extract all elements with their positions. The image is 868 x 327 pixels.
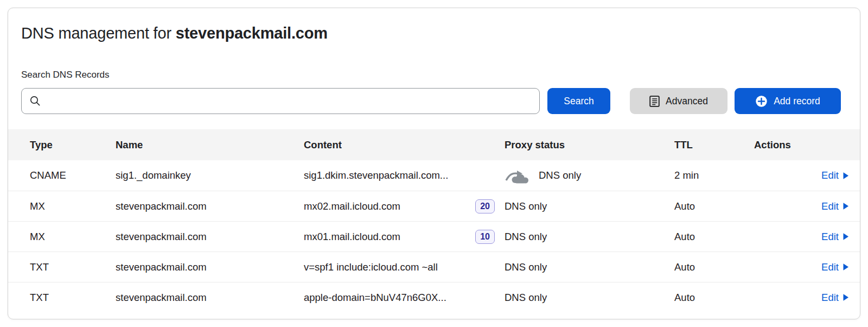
mx-priority-badge: 10 [475,230,495,244]
column-header-name: Name [116,139,304,151]
record-content: v=spf1 include:icloud.com ~all [304,261,438,273]
add-record-button-label: Add record [774,96,820,107]
record-ttl: Auto [674,231,754,243]
record-name: stevenpackmail.com [116,200,304,212]
edit-link-label: Edit [821,261,839,273]
right-triangle-icon [843,293,849,301]
right-triangle-icon [843,172,849,180]
add-record-button[interactable]: Add record [735,88,841,114]
table-row: MX stevenpackmail.com mx01.mail.icloud.c… [8,221,860,251]
record-ttl: Auto [674,261,754,273]
table-header-row: Type Name Content Proxy status TTL Actio… [8,129,860,160]
plus-circle-icon [755,95,768,108]
edit-record-link[interactable]: Edit [821,200,849,212]
table-row: TXT stevenpackmail.com apple-domain=bNuV… [8,282,860,312]
proxy-status-label: DNS only [505,231,547,243]
edit-link-label: Edit [821,292,839,304]
proxy-status-label: DNS only [505,200,547,212]
column-header-type: Type [30,139,116,151]
record-ttl: Auto [674,200,754,212]
advanced-button[interactable]: Advanced [630,88,727,114]
record-content: apple-domain=bNuV47n6G0X... [304,292,446,304]
record-type: TXT [30,261,116,273]
advanced-button-label: Advanced [666,96,708,107]
search-label: Search DNS Records [21,70,847,80]
column-header-actions: Actions [754,139,849,151]
mx-priority-badge: 20 [475,199,495,213]
search-toolbar: Search Advanced [21,88,847,114]
table-row: MX stevenpackmail.com mx02.mail.icloud.c… [8,191,860,221]
edit-record-link[interactable]: Edit [821,169,849,181]
record-content: sig1.dkim.stevenpackmail.com... [304,169,448,181]
search-input[interactable] [47,89,532,114]
record-content: mx01.mail.icloud.com [304,231,400,243]
record-type: MX [30,231,116,243]
search-input-container[interactable] [21,88,540,114]
edit-record-link[interactable]: Edit [821,231,849,243]
page-title-domain: stevenpackmail.com [176,24,328,42]
record-ttl: 2 min [674,169,754,181]
proxy-status-label: DNS only [505,261,547,273]
record-name: stevenpackmail.com [116,261,304,273]
edit-link-label: Edit [821,169,839,181]
record-type: TXT [30,292,116,304]
column-header-content: Content [304,139,505,151]
table-row: CNAME sig1._domainkey sig1.dkim.stevenpa… [8,160,860,191]
edit-link-label: Edit [821,231,839,243]
list-document-icon [649,96,660,107]
edit-record-link[interactable]: Edit [821,292,849,304]
record-name: stevenpackmail.com [116,292,304,304]
search-icon [29,95,41,107]
page-title: DNS management for stevenpackmail.com [21,24,847,42]
dns-management-card: DNS management for stevenpackmail.com Se… [8,8,860,319]
proxy-status-label: DNS only [505,292,547,304]
table-row: TXT stevenpackmail.com v=spf1 include:ic… [8,251,860,282]
proxy-status-label: DNS only [539,169,581,181]
right-triangle-icon [843,232,849,241]
record-type: CNAME [30,169,116,181]
edit-record-link[interactable]: Edit [821,261,849,273]
right-triangle-icon [843,263,849,271]
gray-cloud-arrow-icon [505,167,529,184]
record-name: sig1._domainkey [116,169,304,181]
edit-link-label: Edit [821,200,839,212]
record-name: stevenpackmail.com [116,231,304,243]
column-header-proxy-status: Proxy status [505,139,674,151]
search-button[interactable]: Search [547,88,610,114]
record-ttl: Auto [674,292,754,304]
column-header-ttl: TTL [674,139,754,151]
record-content: mx02.mail.icloud.com [304,200,400,212]
dns-records-table: Type Name Content Proxy status TTL Actio… [8,129,860,312]
right-triangle-icon [843,202,849,210]
page-title-prefix: DNS management for [21,24,176,42]
record-type: MX [30,200,116,212]
